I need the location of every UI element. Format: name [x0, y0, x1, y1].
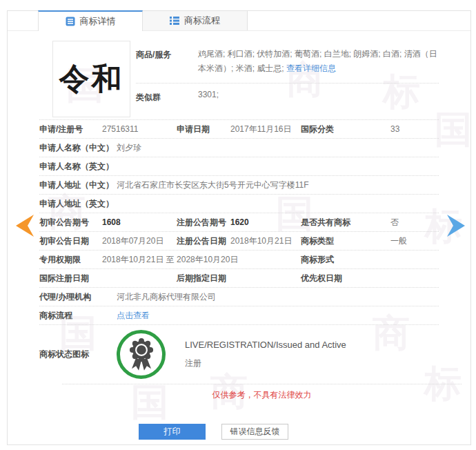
- row-publication-no: 初审公告期号 1608 注册公告期号 1620 是否共有商标 否: [39, 213, 439, 231]
- field-label: 注册公告期号: [177, 217, 230, 228]
- row-agency: 代理/办理机构 河北非凡商标代理有限公司: [39, 287, 439, 306]
- error-feedback-button[interactable]: 错误信息反馈: [221, 424, 288, 440]
- goods-label: 商品/服务: [136, 47, 198, 76]
- tab-trademark-detail[interactable]: 商标详情: [38, 10, 143, 31]
- field-value: 一般: [390, 235, 439, 247]
- field-value: 2018年10月21日 至 2028年10月20日: [102, 254, 301, 266]
- field-value: 1608: [102, 217, 177, 227]
- field-label: 申请人地址（中文）: [39, 179, 117, 191]
- trademark-image: 令和: [52, 41, 130, 117]
- field-value: 2018年07月20日: [102, 235, 177, 247]
- similar-group-row: 类似群 3301;: [136, 84, 439, 110]
- status-text: LIVE/REGISTRATION/Issued and Active 注册: [185, 340, 346, 369]
- disclaimer-text: 仅供参考，不具有法律效力: [62, 384, 462, 405]
- field-label: 初审公告日期: [39, 235, 102, 247]
- field-label: 申请人地址（英文）: [39, 198, 117, 210]
- next-arrow-icon[interactable]: [446, 213, 466, 239]
- field-label: 商标流程: [39, 310, 117, 322]
- row-process: 商标流程 点击查看: [39, 306, 439, 324]
- similar-group-value: 3301;: [198, 90, 219, 104]
- field-value: 33: [390, 124, 439, 134]
- field-value: 河北非凡商标代理有限公司: [117, 291, 439, 303]
- field-label: 申请人名称（英文）: [39, 161, 117, 173]
- top-section: 令和 商品/服务 鸡尾酒; 利口酒; 伏特加酒; 葡萄酒; 白兰地; 朗姆酒; …: [39, 41, 439, 117]
- tab-bar: 商标详情 商标流程: [8, 11, 470, 31]
- field-label: 申请/注册号: [39, 124, 102, 135]
- field-label: 优先权日期: [301, 273, 390, 284]
- view-details-link[interactable]: 查看详细信息: [286, 63, 336, 73]
- trademark-detail-page: 国 商 标 国 商 国 标 国 商 标 商 国 商标详情: [0, 0, 476, 450]
- field-label: 代理/办理机构: [39, 291, 117, 303]
- status-label: 商标状态图标: [39, 349, 117, 360]
- field-label: 初审公告期号: [39, 217, 102, 228]
- field-label: 申请人名称（中文）: [39, 142, 117, 154]
- field-label: 国际注册日期: [39, 273, 102, 284]
- goods-panel: 商品/服务 鸡尾酒; 利口酒; 伏特加酒; 葡萄酒; 白兰地; 朗姆酒; 白酒;…: [136, 41, 439, 117]
- field-value: 否: [390, 217, 439, 228]
- field-value: 1620: [230, 217, 301, 227]
- tab-label: 商标详情: [80, 15, 116, 28]
- row-publication-date: 初审公告日期 2018年07月20日 注册公告日期 2018年10月21日 商标…: [39, 231, 439, 250]
- row-intl-dates: 国际注册日期 后期指定日期 优先权日期: [39, 268, 439, 287]
- field-value: 河北省石家庄市长安区东大街5号开元中心写字楼11F: [117, 179, 439, 191]
- trademark-detail-card: 商标详情 商标流程 令和: [7, 10, 471, 445]
- tab-label: 商标流程: [184, 14, 220, 27]
- status-english: LIVE/REGISTRATION/Issued and Active: [185, 340, 346, 350]
- row-exclusive-period: 专用权期限 2018年10月21日 至 2028年10月20日 商标形式: [39, 250, 439, 268]
- field-label: 申请日期: [177, 124, 230, 135]
- row-registration: 申请/注册号 27516311 申请日期 2017年11月16日 国际分类 33: [39, 119, 439, 138]
- field-value: 2018年10月21日: [230, 235, 301, 247]
- field-label: 注册公告日期: [177, 235, 230, 247]
- field-label: 是否共有商标: [301, 217, 390, 228]
- list-icon: [170, 16, 179, 26]
- medal-rosette-icon: [127, 338, 156, 372]
- tab-trademark-process[interactable]: 商标流程: [143, 10, 248, 30]
- field-label: 国际分类: [301, 124, 390, 135]
- field-label: 后期指定日期: [177, 273, 230, 284]
- row-applicant-en: 申请人名称（英文）: [39, 157, 439, 175]
- registered-badge-icon: [117, 330, 166, 379]
- previous-arrow-icon[interactable]: [14, 213, 35, 239]
- field-value: 2017年11月16日: [230, 124, 301, 135]
- view-process-link[interactable]: 点击查看: [117, 310, 150, 322]
- field-value: 27516311: [102, 124, 177, 134]
- goods-value: 鸡尾酒; 利口酒; 伏特加酒; 葡萄酒; 白兰地; 朗姆酒; 白酒; 清酒（日本…: [198, 47, 439, 76]
- field-label: 商标形式: [301, 254, 390, 266]
- field-rows: 申请/注册号 27516311 申请日期 2017年11月16日 国际分类 33…: [39, 119, 439, 324]
- field-label: 商标类型: [301, 235, 390, 247]
- goods-row: 商品/服务 鸡尾酒; 利口酒; 伏特加酒; 葡萄酒; 白兰地; 朗姆酒; 白酒;…: [136, 41, 439, 84]
- similar-group-label: 类似群: [136, 90, 198, 104]
- row-status: 商标状态图标 LIVE/REGISTRATION/Issu: [39, 324, 439, 384]
- field-value: 刘夕珍: [117, 142, 439, 154]
- row-applicant-cn: 申请人名称（中文） 刘夕珍: [39, 138, 439, 157]
- row-address-cn: 申请人地址（中文） 河北省石家庄市长安区东大街5号开元中心写字楼11F: [39, 175, 439, 194]
- field-label: 专用权期限: [39, 254, 102, 266]
- button-row: 打印 错误信息反馈: [0, 424, 445, 440]
- print-button[interactable]: 打印: [139, 424, 206, 440]
- document-icon: [66, 17, 75, 26]
- status-chinese: 注册: [185, 358, 346, 369]
- row-address-en: 申请人地址（英文）: [39, 194, 439, 213]
